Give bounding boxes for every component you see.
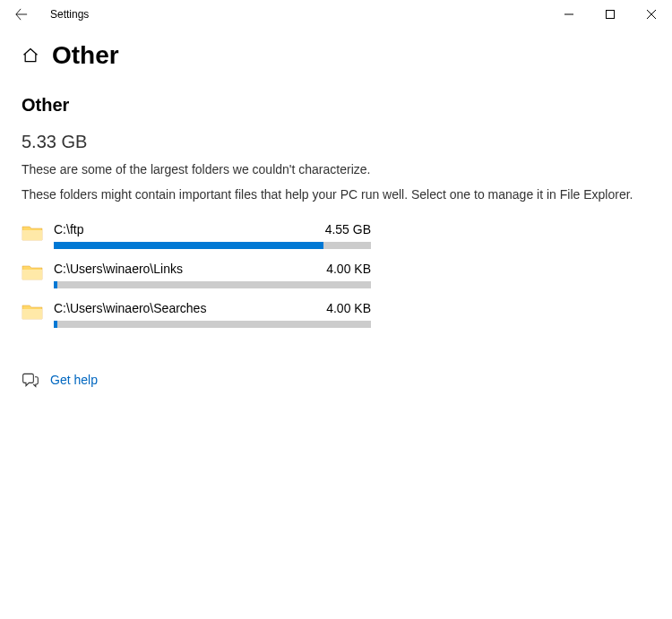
folder-icon — [22, 303, 43, 321]
folder-icon — [22, 263, 43, 281]
minimize-icon — [564, 10, 573, 19]
section-title: Other — [22, 95, 650, 116]
folder-content: C:\Users\winaero\Links 4.00 KB — [54, 262, 371, 288]
folder-icon — [22, 224, 43, 242]
folder-item[interactable]: C:\ftp 4.55 GB — [22, 217, 371, 256]
titlebar: Settings — [0, 0, 672, 29]
maximize-button[interactable] — [590, 0, 631, 29]
folder-path: C:\ftp — [54, 222, 83, 236]
description-line-1: These are some of the largest folders we… — [22, 161, 650, 177]
page-title: Other — [52, 41, 119, 70]
close-icon — [647, 10, 656, 19]
folder-content: C:\ftp 4.55 GB — [54, 222, 371, 249]
page-header: Other — [22, 41, 650, 70]
folder-content: C:\Users\winaero\Searches 4.00 KB — [54, 301, 371, 328]
folder-size: 4.55 GB — [325, 222, 371, 236]
storage-bar — [54, 281, 371, 288]
storage-bar-fill — [54, 281, 57, 288]
storage-bar-fill — [54, 242, 323, 249]
description-line-2: These folders might contain important fi… — [22, 186, 650, 202]
svg-rect-0 — [607, 11, 615, 19]
help-section: Get help — [22, 371, 650, 389]
window-controls — [548, 0, 672, 29]
folder-item[interactable]: C:\Users\winaero\Links 4.00 KB — [22, 256, 371, 296]
folder-path: C:\Users\winaero\Searches — [54, 301, 206, 315]
close-button[interactable] — [631, 0, 672, 29]
get-help-link[interactable]: Get help — [50, 373, 98, 387]
chat-help-icon — [22, 371, 39, 389]
minimize-button[interactable] — [548, 0, 590, 29]
folder-list: C:\ftp 4.55 GB C:\Users\winaero\Links 4.… — [22, 217, 371, 335]
back-button[interactable] — [7, 0, 36, 29]
home-icon[interactable] — [22, 47, 39, 64]
folder-path: C:\Users\winaero\Links — [54, 262, 183, 276]
content-area: Other Other 5.33 GB These are some of th… — [0, 29, 672, 389]
storage-bar — [54, 321, 371, 328]
maximize-icon — [606, 10, 615, 19]
storage-bar-fill — [54, 321, 57, 328]
folder-item[interactable]: C:\Users\winaero\Searches 4.00 KB — [22, 296, 371, 335]
folder-size: 4.00 KB — [326, 301, 371, 315]
storage-bar — [54, 242, 371, 249]
folder-size: 4.00 KB — [326, 262, 371, 276]
arrow-left-icon — [15, 8, 28, 21]
total-size: 5.33 GB — [22, 132, 650, 152]
window-title: Settings — [50, 8, 89, 21]
